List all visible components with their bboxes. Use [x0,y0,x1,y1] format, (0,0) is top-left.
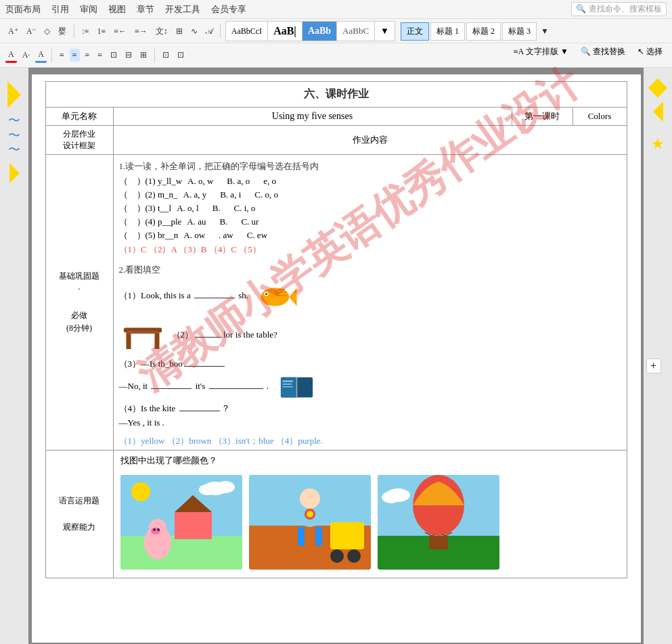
wave-btn[interactable]: ∿ [188,25,200,38]
deco-triangle-2 [9,163,20,183]
border-btn[interactable]: ⊞ [173,25,185,38]
exercise2-content: （1）Look, this is a sh. [119,279,621,431]
justify-btn[interactable]: ≡ [95,49,105,62]
exercise2-answer: （1）yellow （2）brown （3）isn't；blue （4）purp… [119,435,621,447]
table-icon [119,315,166,355]
border2-btn[interactable]: ⊡ [160,49,172,62]
menu-reference[interactable]: 引用 [51,3,69,16]
svg-marker-1 [289,288,296,306]
indent-decrease[interactable]: ≡← [111,25,129,38]
svg-rect-32 [315,527,322,546]
exercise-content: 1.读一读，补全单词，把正确的字母编号选在括号内 （ ）(1) y_ll_w A… [113,155,627,451]
shading-btn[interactable]: ⊡ [175,49,187,62]
style-h3-label[interactable]: 标题 3 [502,22,537,41]
search-placeholder: 查找命令、搜索模板 [589,3,662,15]
select-btn[interactable]: ↖ 选择 [633,44,667,60]
list-ordered[interactable]: 1≡ [94,25,108,38]
text-layout-icon: ≡A [514,47,524,57]
left-decoration: 〜〜〜 [0,68,28,644]
deco-diamond [648,78,667,97]
table-row: （ ）(2) m_n_ A. a, y B. a, i C. o, o [119,189,621,201]
style-more-btn[interactable]: ▼ [538,25,552,38]
sep1 [74,24,74,38]
svg-rect-6 [154,333,159,350]
special-btn[interactable]: 婴 [55,24,69,39]
table-subheader-row: 分层作业 设计框架 作业内容 [45,126,627,155]
section-title: 六、课时作业 [45,81,627,107]
unit-name-label: 单元名称 [45,108,113,126]
unit-value: Using my five senses [113,108,512,126]
menu-vip[interactable]: 会员专享 [211,3,246,16]
svg-rect-17 [175,512,212,539]
paw-patrol-image [249,475,371,570]
indent-first-btn[interactable]: ⊟ [122,49,135,62]
distributed-btn[interactable]: ⊡ [108,49,120,62]
align-center-btn[interactable]: ≡ [70,49,80,62]
svg-rect-11 [282,380,293,382]
fill-item-4: （4）Is the kite ？ [119,402,621,415]
right-toolbar: ≡A 文字排版 ▼ 🔍 查找替换 ↖ 选择 [510,44,667,60]
sep4 [154,49,155,62]
style-more[interactable]: ▼ [375,22,395,41]
list-unordered[interactable]: :≡ [79,25,91,38]
deco-triangle-1 [7,81,21,108]
find-icon: 🔍 [581,47,591,57]
text-layout-chevron: ▼ [560,47,568,57]
deco-triangle-left [653,101,663,122]
table-row: （ ）(5) br__n A. ow . aw C. ew [119,229,621,242]
align-left-btn[interactable]: ≡ [57,49,67,62]
indent-increase[interactable]: ≡→ [132,25,150,38]
svg-point-48 [382,491,401,503]
menu-bar: 页面布局 引用 审阅 视图 章节 开发工具 会员专享 🔍 查找命令、搜索模板 [0,0,672,19]
font-color-btn[interactable]: A [5,48,17,63]
highlight-btn[interactable]: A· [20,49,33,62]
style-sample-normal: AaBbCcI [226,22,268,41]
exercise2-section: 2.看图填空 （1）Look, this is a sh. [119,264,621,447]
images-row [120,471,620,574]
svg-point-38 [347,549,361,563]
svg-point-3 [265,293,267,295]
font-bg-btn[interactable]: A [35,48,47,63]
svg-point-0 [261,288,289,306]
fill-item-2-text: （2）lor is the table? [172,329,277,341]
bottom-question: 找图中出现了哪些颜色？ [120,455,620,467]
menu-view[interactable]: 视图 [108,3,126,16]
svg-point-23 [157,528,160,531]
font-size-increase[interactable]: A⁺ [5,25,21,38]
exercise1-title: 1.读一读，补全单词，把正确的字母编号选在括号内 [119,160,621,172]
text-layout-btn[interactable]: ≡A 文字排版 ▼ [510,44,573,60]
select-label: 选择 [646,46,663,58]
special2-btn[interactable]: 𝒜 [203,25,215,38]
find-replace-btn[interactable]: 🔍 查找替换 [577,44,629,60]
svg-rect-42 [429,536,448,549]
sep2 [220,24,221,38]
svg-point-22 [153,528,156,531]
svg-rect-5 [126,333,131,350]
exercise2-text-col: （1）Look, this is a sh. [119,279,621,431]
menu-review[interactable]: 审阅 [80,3,97,16]
fill-item-3b: —No, it it's . [119,373,621,400]
font-size-decrease[interactable]: A⁻ [24,25,39,38]
exercise2-title: 2.看图填空 [119,264,621,276]
sep3 [51,49,52,62]
svg-point-37 [330,549,344,563]
text-layout-label: 文字排版 [526,46,558,58]
indent-hang-btn[interactable]: ⊞ [137,49,150,62]
plus-button[interactable]: + [646,359,661,373]
exercise1-section: 1.读一读，补全单词，把正确的字母编号选在括号内 （ ）(1) y_ll_w A… [119,158,621,258]
content-area: 〜〜〜 清教师小学英语优秀作业设计 六、课时作业 单元名称 Using my f… [0,68,672,644]
svg-rect-13 [282,386,293,388]
style-h2-label[interactable]: 标题 2 [466,22,501,41]
menu-chapter[interactable]: 章节 [137,3,154,16]
style-h1-label[interactable]: 标题 1 [430,22,465,41]
menu-search-box[interactable]: 🔍 查找命令、搜索模板 [571,2,667,16]
menu-page-layout[interactable]: 页面布局 [5,3,41,16]
align-right-btn[interactable]: ≡ [83,49,93,62]
deco-star: ★ [651,135,665,153]
eraser-btn[interactable]: ◇ [41,25,53,38]
menu-devtools[interactable]: 开发工具 [165,3,200,16]
balloon-image [378,475,499,570]
style-normal-label[interactable]: 正文 [401,22,429,41]
svg-rect-12 [282,384,292,385]
text-direction[interactable]: 文↕ [153,24,171,39]
